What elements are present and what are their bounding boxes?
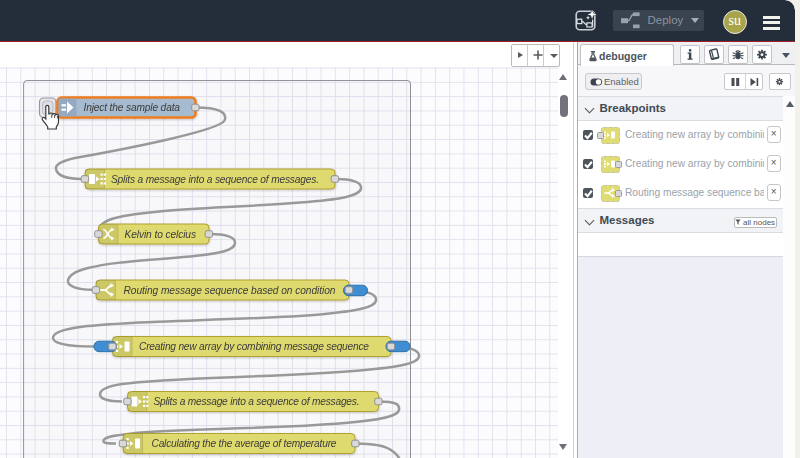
svg-text:Inject the sample data: Inject the sample data [84, 102, 181, 113]
svg-text:Splits a message into a sequen: Splits a message into a sequence of mess… [111, 174, 319, 185]
svg-text:Kelvin to celcius: Kelvin to celcius [125, 229, 197, 240]
svg-text:Routing message sequence based: Routing message sequence based on condit… [124, 285, 336, 296]
svg-text:Creating new array by combinin: Creating new array by combining message … [139, 341, 369, 352]
svg-text:Splits a message into a sequen: Splits a message into a sequence of mess… [154, 396, 360, 407]
svg-text:Calculating the the average of: Calculating the the average of temperatu… [152, 438, 337, 449]
